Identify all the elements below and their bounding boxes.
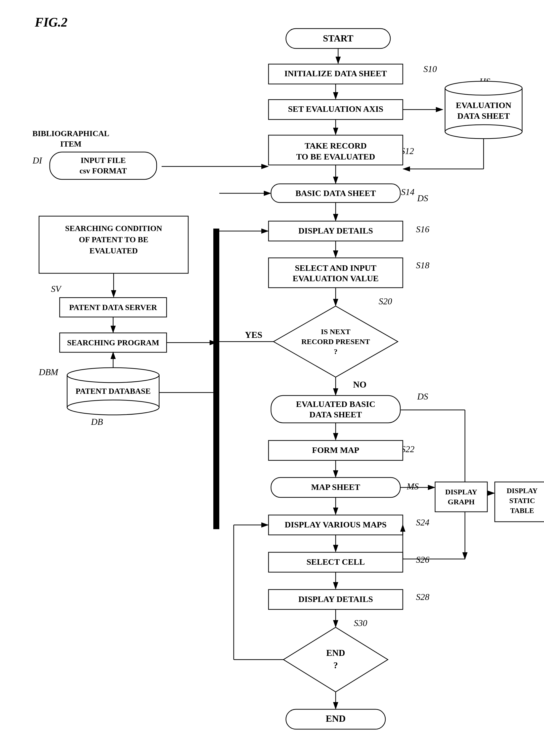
searching-prog-label: SEARCHING PROGRAM — [67, 338, 159, 347]
take-record-label2: TO BE EVALUATED — [296, 152, 375, 161]
s18-label: S18 — [416, 260, 429, 270]
display-static-label2: STATIC — [509, 497, 535, 505]
display-details-2-label: DISPLAY DETAILS — [299, 595, 373, 604]
form-map-label: FORM MAP — [312, 445, 359, 455]
evaluated-basic-label: EVALUATED BASIC — [296, 399, 376, 409]
searching-cond-label: SEARCHING CONDITION — [65, 224, 162, 233]
end-diamond-label: END — [326, 648, 345, 658]
patent-server-label: PATENT DATA SERVER — [69, 303, 157, 312]
ds-label1: DS — [417, 193, 428, 203]
svg-marker-48 — [284, 627, 388, 692]
s24-label: S24 — [416, 517, 429, 527]
evaluated-basic-label2: DATA SHEET — [309, 410, 362, 419]
db-label: DB — [91, 417, 103, 427]
no-label: NO — [353, 380, 367, 390]
svg-rect-21 — [268, 258, 403, 288]
take-record-label: TAKE RECORD — [305, 141, 367, 150]
basic-data-sheet-label: BASIC DATA SHEET — [296, 189, 376, 198]
bibliographical-label2: ITEM — [60, 139, 81, 148]
select-input-label2: EVALUATION VALUE — [293, 274, 379, 283]
s20-label: S20 — [379, 296, 392, 306]
select-input-label: SELECT AND INPUT — [295, 263, 377, 273]
end-diamond-q: ? — [334, 660, 338, 670]
svg-rect-35 — [435, 482, 487, 512]
eval-data-sheet-label2: DATA SHEET — [457, 111, 510, 120]
is-next-label: IS NEXT — [321, 327, 350, 336]
display-graph-label: DISPLAY — [445, 488, 477, 496]
searching-cond-label2: OF PATENT TO BE — [79, 235, 148, 244]
svg-point-62 — [67, 368, 159, 383]
di-label: DI — [32, 156, 42, 165]
flowchart: START S10 INITIALIZE DATA SHEET SET EVAL… — [0, 0, 544, 756]
display-static-label3: TABLE — [510, 507, 534, 515]
input-file-label: INPUT FILE — [81, 156, 126, 165]
s28-label: S28 — [416, 592, 429, 602]
end-label: END — [326, 713, 346, 724]
display-static-label: DISPLAY — [507, 487, 538, 495]
searching-cond-label3: EVALUATED — [89, 246, 138, 255]
eval-data-sheet-label: EVALUATION — [456, 101, 511, 110]
map-sheet-label: MAP SHEET — [311, 482, 360, 492]
s10-label: S10 — [423, 64, 437, 74]
start-label: START — [323, 33, 354, 43]
s16-label: S16 — [416, 224, 429, 234]
is-next-label2: RECORD PRESENT — [301, 337, 370, 346]
yes-label: YES — [245, 330, 262, 340]
input-file-label2: csv FORMAT — [80, 166, 127, 175]
ds-label2: DS — [417, 392, 428, 401]
is-next-label3: ? — [334, 347, 338, 356]
set-eval-axis-label: SET EVALUATION AXIS — [288, 104, 383, 114]
svg-point-9 — [445, 81, 522, 95]
select-cell-label: SELECT CELL — [307, 557, 365, 566]
s30-label: S30 — [354, 618, 367, 628]
ms-label: MS — [407, 481, 419, 491]
display-graph-label2: GRAPH — [448, 498, 475, 506]
s14-label: S14 — [401, 187, 415, 197]
display-various-label: DISPLAY VARIOUS MAPS — [285, 520, 387, 529]
svg-rect-67 — [213, 229, 219, 529]
initialize-label: INITIALIZE DATA SHEET — [285, 69, 387, 78]
s26-label: S26 — [416, 555, 429, 565]
patent-db-label: PATENT DATABASE — [76, 387, 151, 396]
dbm-label: DBM — [39, 367, 59, 377]
svg-point-10 — [445, 125, 522, 139]
display-details-1-label: DISPLAY DETAILS — [299, 226, 373, 235]
bibliographical-label: BIBLIOGRAPHICAL — [32, 129, 109, 138]
svg-point-63 — [67, 400, 159, 415]
sv-label: SV — [51, 284, 62, 294]
